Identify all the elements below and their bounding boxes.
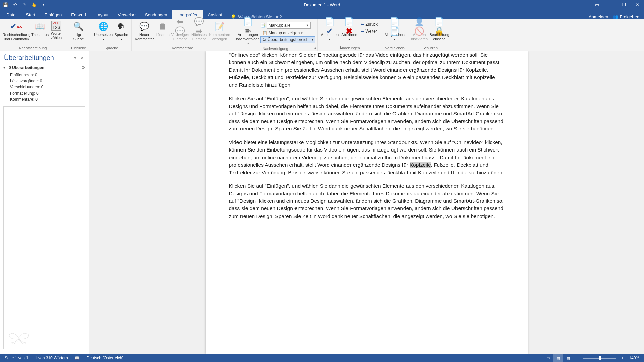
smart-lookup-button[interactable]: 🔍 Intelligente Suche: [68, 20, 89, 42]
undo-button[interactable]: ↶: [11, 1, 19, 8]
revisions-summary: 0 Überarbeitungen: [9, 65, 44, 70]
next-comment-label: Nächstes Element: [190, 33, 208, 41]
status-right: ▭ ▤ ▦ − + 140%: [543, 354, 643, 362]
zoom-in-button[interactable]: +: [619, 356, 626, 360]
zoom-slider[interactable]: [583, 358, 616, 359]
status-page[interactable]: Seite 1 von 1: [1, 354, 32, 362]
share-label: Freigeben: [620, 14, 639, 19]
paragraph[interactable]: "Onlinevideo" klicken, können Sie den Ei…: [229, 51, 504, 89]
spellcheck-label: Rechtschreibung und Grammatik: [3, 33, 31, 41]
document-area[interactable]: "Onlinevideo" klicken, können Sie den Ei…: [89, 51, 644, 354]
revisions-insertions: Einfügungen: 0: [10, 72, 85, 78]
status-wordcount[interactable]: 1 von 310 Wörtern: [32, 354, 71, 362]
minimize-button[interactable]: —: [604, 0, 617, 9]
new-comment-label: Neuer Kommentar: [135, 33, 154, 41]
spellcheck-button[interactable]: ✔abc Rechtschreibung und Grammatik: [2, 20, 31, 42]
redo-button[interactable]: ↷: [21, 1, 28, 8]
close-button[interactable]: ✕: [631, 0, 644, 9]
delete-comment-label: Löschen: [156, 33, 170, 37]
reviewing-pane-button[interactable]: 🗂 Überarbeitungsbereich ▾: [260, 36, 315, 43]
next-change-button[interactable]: ➡ Weiter: [359, 28, 380, 35]
paragraph[interactable]: Klicken Sie auf "Einfügen", und wählen S…: [229, 95, 504, 132]
view-print-layout[interactable]: ▤: [553, 354, 563, 362]
next-change-label: Weiter: [365, 29, 377, 34]
zoom-thumb[interactable]: [599, 356, 601, 360]
tab-insert[interactable]: Einfügen: [40, 10, 66, 19]
window-controls: ▭ — ❐ ✕: [590, 0, 644, 9]
zoom-out-button[interactable]: −: [573, 356, 580, 360]
tab-layout[interactable]: Layout: [91, 10, 113, 19]
tracking-launcher[interactable]: ◢: [314, 46, 316, 50]
status-proofing-icon[interactable]: 📖: [71, 354, 83, 362]
selected-text[interactable]: Kopfzeile: [410, 162, 431, 168]
titlebar: 💾 ↶ ↷ 👆 ▾ Dokument1 - Word ▭ — ❐ ✕: [0, 0, 644, 9]
reject-button[interactable]: 📄✖ Ablehnen ▾: [340, 20, 359, 42]
view-read-mode[interactable]: ▭: [543, 354, 553, 362]
signin-link[interactable]: Anmelden: [589, 14, 608, 19]
maximize-button[interactable]: ❐: [617, 0, 631, 9]
thesaurus-button[interactable]: 📖 Thesaurus: [31, 20, 49, 38]
markup-display-combo[interactable]: Markup: alle ▼: [267, 22, 311, 29]
group-insights-label: Einblicke: [68, 45, 89, 51]
reviewing-pane-label: Überarbeitungsbereich: [268, 37, 308, 42]
translate-button[interactable]: 🌐 Übersetzen ▾: [93, 20, 113, 42]
revisions-pane: Überarbeitungen ▾ ✕ ▾ 0 Überarbeitungen …: [0, 51, 89, 354]
reject-label: Ablehnen: [341, 33, 357, 37]
show-markup-button[interactable]: 📋 Markup anzeigen ▾: [260, 29, 315, 36]
page[interactable]: "Onlinevideo" klicken, können Sie den Ei…: [206, 51, 528, 354]
paragraph[interactable]: Video bietet eine leistungsstarke Möglic…: [229, 139, 504, 176]
chevron-down-icon: ▾: [348, 38, 350, 41]
view-web-layout[interactable]: ▦: [563, 354, 573, 362]
restrict-editing-button[interactable]: 📄🔒 Bearbeitung einschr.: [429, 20, 450, 42]
track-changes-button[interactable]: 📄✏ Änderungen nachverfolgen ▾: [235, 20, 260, 46]
collapse-ribbon-button[interactable]: ˄: [640, 45, 642, 50]
markup-combo-value: Markup: alle: [269, 23, 290, 28]
compare-button[interactable]: 📄📄 Vergleichen ▾: [384, 20, 406, 42]
revisions-pane-header: Überarbeitungen ▾ ✕: [0, 51, 89, 64]
tab-mailings[interactable]: Sendungen: [140, 10, 172, 19]
zoom-level[interactable]: 140%: [626, 356, 643, 360]
block-authors-label: Autoren blockieren: [411, 33, 428, 41]
spelling-error[interactable]: erhält: [345, 67, 359, 73]
show-comments-button: 📝 Kommentare anzeigen: [208, 20, 231, 42]
touch-mode-button[interactable]: 👆: [30, 1, 38, 8]
tab-start[interactable]: Start: [21, 10, 40, 19]
show-comments-label: Kommentare anzeigen: [209, 33, 230, 41]
tab-references[interactable]: Verweise: [113, 10, 140, 19]
accept-button[interactable]: 📄✔ Annehmen ▾: [320, 20, 340, 42]
share-button[interactable]: 👥Freigeben: [613, 14, 639, 19]
track-changes-label: Änderungen nachverfolgen: [236, 33, 260, 41]
new-comment-button[interactable]: 💬 Neuer Kommentar: [134, 20, 155, 42]
delete-comment-button: 🗑 Löschen: [155, 20, 171, 38]
chevron-down-icon: ▾: [121, 38, 122, 41]
revisions-pane-options[interactable]: ▾: [72, 55, 78, 61]
text-cursor: [350, 170, 350, 175]
prev-comment-button: ⬅💬 Vorheriges Element: [171, 20, 190, 42]
spellcheck-icon: ✔abc: [11, 21, 22, 32]
revisions-formatting: Formatierung: 0: [10, 90, 85, 96]
wordcount-button[interactable]: ABC123 Wörter zählen: [49, 20, 64, 40]
revisions-collapse-toggle[interactable]: ▾: [3, 65, 9, 70]
qat-customize[interactable]: ▾: [40, 1, 47, 8]
status-language[interactable]: Deutsch (Österreich): [83, 354, 127, 362]
prev-comment-label: Vorheriges Element: [171, 33, 189, 41]
tab-design[interactable]: Entwurf: [66, 10, 91, 19]
previous-change-button[interactable]: ⬅ Zurück: [359, 21, 380, 28]
block-authors-icon: 👤🚫: [414, 21, 425, 32]
chevron-down-icon: ▾: [329, 38, 331, 41]
save-button[interactable]: 💾: [2, 1, 9, 8]
chevron-down-icon: ▾: [301, 31, 303, 35]
tell-me-search[interactable]: 💡 Was möchten Sie tun?: [227, 14, 286, 19]
revisions-pane-close[interactable]: ✕: [78, 55, 85, 61]
language-button[interactable]: 🗣 Sprache ▾: [113, 20, 129, 42]
revisions-refresh-button[interactable]: ⟳: [82, 65, 85, 70]
previous-change-label: Zurück: [365, 22, 378, 27]
ribbon-display-button[interactable]: ▭: [590, 0, 604, 9]
chevron-down-icon: ▼: [306, 24, 309, 27]
spelling-error[interactable]: erhält: [289, 162, 303, 168]
paragraph[interactable]: Klicken Sie auf "Einfügen", und wählen S…: [229, 182, 504, 220]
arrow-right-icon: ➡: [361, 29, 364, 34]
markup-icon: 📑: [260, 23, 266, 28]
tab-file[interactable]: Datei: [2, 10, 21, 19]
tab-view[interactable]: Ansicht: [203, 10, 227, 19]
